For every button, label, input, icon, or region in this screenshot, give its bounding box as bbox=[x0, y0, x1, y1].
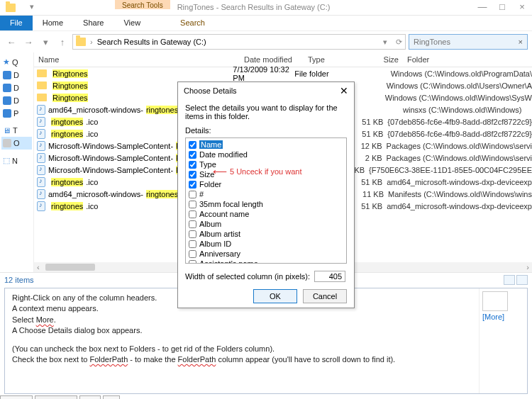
tab-file[interactable]: File bbox=[0, 16, 33, 30]
detail-checkbox[interactable] bbox=[189, 250, 196, 258]
nav-d1[interactable]: D bbox=[1, 69, 32, 82]
detail-label: Anniversary bbox=[199, 249, 240, 258]
music-file-icon bbox=[37, 129, 45, 139]
music-file-icon bbox=[37, 177, 45, 187]
nav-drive[interactable]: O bbox=[1, 137, 32, 150]
detail-checkbox[interactable] bbox=[189, 181, 196, 189]
breadcrumb-root[interactable]: Search Results in Gateway (C:) bbox=[97, 38, 206, 46]
maximize-button[interactable]: □ bbox=[492, 0, 512, 15]
show-button[interactable]: Show bbox=[79, 395, 101, 399]
minimize-button[interactable]: — bbox=[472, 0, 492, 15]
ok-button[interactable]: OK bbox=[253, 289, 297, 303]
view-large-button[interactable] bbox=[516, 275, 528, 285]
tab-share[interactable]: Share bbox=[73, 16, 113, 30]
dialog-close-button[interactable]: ✕ bbox=[340, 85, 348, 96]
detail-item[interactable]: Size bbox=[189, 169, 343, 179]
col-size[interactable]: Size bbox=[367, 52, 403, 67]
move-down-button[interactable]: Move Down bbox=[35, 395, 77, 399]
detail-label: Name bbox=[199, 140, 223, 149]
tab-view[interactable]: View bbox=[113, 16, 150, 30]
music-file-icon bbox=[37, 201, 45, 211]
search-input[interactable]: RingTones × bbox=[409, 34, 528, 50]
view-details-button[interactable] bbox=[504, 275, 515, 285]
width-label: Width of selected column (in pixels): bbox=[185, 272, 310, 281]
nav-p[interactable]: P bbox=[1, 107, 32, 120]
detail-checkbox[interactable] bbox=[189, 230, 196, 238]
detail-checkbox[interactable] bbox=[189, 171, 196, 179]
dialog-prompt: Select the details you want to display f… bbox=[178, 99, 354, 125]
nav-pane: ★Q D D D P 🖥T O ⬚N bbox=[0, 52, 34, 272]
detail-item[interactable]: 35mm focal length bbox=[189, 199, 343, 209]
table-row[interactable]: Ringtones7/13/2009 10:32 PMFile folderWi… bbox=[34, 67, 532, 79]
detail-checkbox[interactable] bbox=[189, 220, 196, 228]
move-up-button[interactable]: Move Up bbox=[0, 395, 33, 399]
detail-label: Assistant's name bbox=[199, 259, 258, 264]
thumbnail-icon bbox=[482, 291, 508, 311]
close-button[interactable]: × bbox=[512, 0, 532, 15]
hide-button[interactable]: Hide bbox=[103, 395, 121, 399]
refresh-icon[interactable]: ⟳ bbox=[396, 38, 402, 47]
detail-label: # bbox=[199, 190, 204, 198]
detail-label: Album artist bbox=[199, 230, 240, 238]
nav-network[interactable]: ⬚N bbox=[1, 154, 32, 167]
scroll-left-icon[interactable]: ‹ bbox=[34, 263, 43, 271]
nav-back-button[interactable]: ← bbox=[4, 35, 18, 49]
detail-item[interactable]: Assistant's name bbox=[189, 259, 343, 264]
tab-home[interactable]: Home bbox=[33, 16, 73, 30]
detail-checkbox[interactable] bbox=[189, 201, 196, 208]
music-file-icon bbox=[37, 165, 45, 175]
detail-item[interactable]: Account name bbox=[189, 209, 343, 219]
nav-recent-button[interactable]: ▾ bbox=[38, 35, 52, 49]
detail-item[interactable]: Name bbox=[189, 140, 343, 150]
address-bar[interactable]: › Search Results in Gateway (C:) ▾ ⟳ bbox=[72, 34, 406, 50]
title-bar: ▾ Search Tools RingTones - Search Result… bbox=[0, 0, 532, 16]
detail-item[interactable]: # bbox=[189, 189, 343, 199]
detail-checkbox[interactable] bbox=[189, 191, 196, 198]
detail-checkbox[interactable] bbox=[189, 210, 196, 218]
detail-checkbox[interactable] bbox=[189, 240, 196, 248]
detail-item[interactable]: Album ID bbox=[189, 239, 343, 249]
music-file-icon bbox=[37, 117, 45, 127]
window-icon bbox=[0, 0, 21, 15]
cancel-button[interactable]: Cancel bbox=[303, 289, 347, 303]
col-type[interactable]: Type bbox=[304, 52, 367, 67]
nav-quick[interactable]: ★Q bbox=[1, 55, 32, 69]
nav-up-button[interactable]: ↑ bbox=[55, 35, 70, 49]
detail-checkbox[interactable] bbox=[189, 260, 196, 264]
detail-label: Type bbox=[199, 160, 216, 169]
music-file-icon bbox=[37, 141, 45, 151]
folder-icon bbox=[6, 4, 16, 12]
more-link[interactable]: [More] bbox=[482, 313, 524, 321]
detail-item[interactable]: Folder bbox=[189, 179, 343, 189]
instr-line: Right-Click on any of the column headers… bbox=[12, 293, 157, 302]
detail-item[interactable]: Anniversary bbox=[189, 249, 343, 259]
instr-line: (You can uncheck the box next to Folders… bbox=[12, 344, 472, 354]
clear-search-icon[interactable]: × bbox=[519, 38, 523, 46]
detail-item[interactable]: Type bbox=[189, 159, 343, 169]
nav-thispc[interactable]: 🖥T bbox=[1, 124, 32, 137]
breadcrumb-sep-icon: › bbox=[90, 38, 93, 46]
width-input[interactable] bbox=[314, 271, 345, 282]
scroll-right-icon[interactable]: › bbox=[523, 263, 532, 271]
qat-down-icon[interactable]: ▾ bbox=[27, 0, 37, 15]
col-name[interactable]: Name bbox=[34, 52, 240, 67]
scrollbar-thumb[interactable] bbox=[45, 264, 95, 271]
detail-checkbox[interactable] bbox=[189, 151, 196, 159]
detail-item[interactable]: Date modified bbox=[189, 150, 343, 159]
details-listbox[interactable]: NameDate modifiedTypeSizeFolder#35mm foc… bbox=[185, 137, 347, 264]
detail-label: Size bbox=[199, 170, 214, 179]
tab-search[interactable]: Search bbox=[170, 16, 215, 30]
music-file-icon bbox=[37, 189, 45, 199]
window-title: RingTones - Search Results in Gateway (C… bbox=[170, 0, 472, 15]
col-folder[interactable]: Folder bbox=[403, 52, 532, 67]
folder-icon bbox=[76, 38, 86, 46]
nav-forward-button[interactable]: → bbox=[21, 35, 35, 49]
address-dropdown-icon[interactable]: ▾ bbox=[383, 38, 387, 47]
detail-item[interactable]: Album bbox=[189, 219, 343, 229]
nav-d3[interactable]: D bbox=[1, 94, 32, 107]
nav-d2[interactable]: D bbox=[1, 82, 32, 94]
detail-checkbox[interactable] bbox=[189, 161, 196, 169]
detail-checkbox[interactable] bbox=[189, 141, 196, 149]
detail-item[interactable]: Album artist bbox=[189, 229, 343, 239]
search-tools-label: Search Tools bbox=[115, 0, 170, 9]
